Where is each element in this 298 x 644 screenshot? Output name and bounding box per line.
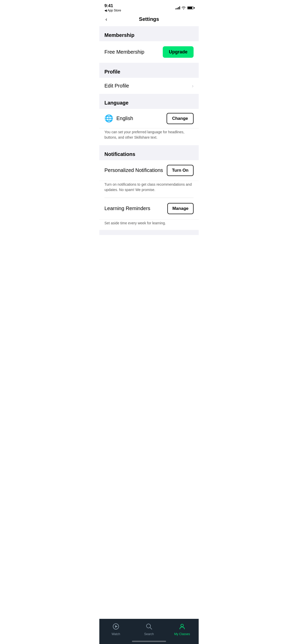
turn-on-button[interactable]: Turn On [167, 165, 194, 176]
language-description: You can set your preferred language for … [99, 128, 199, 145]
personalized-notifications-desc: Turn on notifications to get class recom… [99, 181, 199, 198]
language-left: 🌐 English [104, 114, 133, 123]
membership-card: Free Membership Upgrade [99, 41, 199, 63]
globe-icon: 🌐 [104, 114, 113, 123]
profile-section-header: Profile [104, 69, 120, 75]
edit-profile-row[interactable]: Edit Profile › [99, 78, 199, 94]
membership-row: Free Membership Upgrade [99, 41, 199, 63]
edit-profile-label: Edit Profile [104, 83, 129, 89]
chevron-right-icon: › [192, 83, 194, 89]
membership-section-header: Membership [104, 32, 134, 38]
back-button[interactable]: ‹ [104, 15, 108, 23]
upgrade-button[interactable]: Upgrade [163, 46, 194, 58]
profile-card: Edit Profile › [99, 78, 199, 94]
language-label: English [116, 115, 133, 121]
learning-reminders-desc: Set aside time every week for learning. [99, 219, 199, 230]
status-bar: 9:41 ◀ App Store [99, 0, 199, 14]
content-bottom-padding [99, 230, 199, 235]
learning-reminders-row: Learning Reminders Manage [99, 198, 199, 219]
battery-icon [187, 6, 194, 9]
notifications-section-header: Notifications [104, 151, 135, 157]
status-bar-right [175, 6, 194, 9]
language-section: Language 🌐 English Change You can set yo… [99, 94, 199, 145]
change-language-button[interactable]: Change [167, 113, 194, 124]
back-arrow-small: ◀ [104, 9, 107, 12]
back-chevron-icon: ‹ [105, 16, 107, 22]
nav-header: ‹ Settings [99, 14, 199, 26]
status-app-store: ◀ App Store [104, 9, 121, 12]
status-bar-left: 9:41 ◀ App Store [104, 4, 121, 12]
personalized-notifications-label: Personalized Notifications [104, 167, 164, 173]
personalized-notifications-row: Personalized Notifications Turn On [99, 160, 199, 181]
membership-section: Membership Free Membership Upgrade [99, 26, 199, 63]
main-content: Membership Free Membership Upgrade Profi… [99, 26, 199, 260]
free-membership-label: Free Membership [104, 49, 144, 55]
language-row: 🌐 English Change [99, 109, 199, 128]
notifications-section: Notifications Personalized Notifications… [99, 145, 199, 230]
manage-button[interactable]: Manage [167, 203, 194, 214]
notifications-card: Personalized Notifications Turn On Turn … [99, 160, 199, 230]
language-section-header: Language [104, 100, 128, 106]
wifi-icon [182, 6, 186, 9]
language-card: 🌐 English Change You can set your prefer… [99, 109, 199, 145]
signal-bars-icon [175, 6, 180, 9]
profile-section: Profile Edit Profile › [99, 63, 199, 94]
status-time: 9:41 [104, 4, 121, 8]
page-title: Settings [139, 16, 159, 22]
learning-reminders-label: Learning Reminders [104, 206, 150, 211]
